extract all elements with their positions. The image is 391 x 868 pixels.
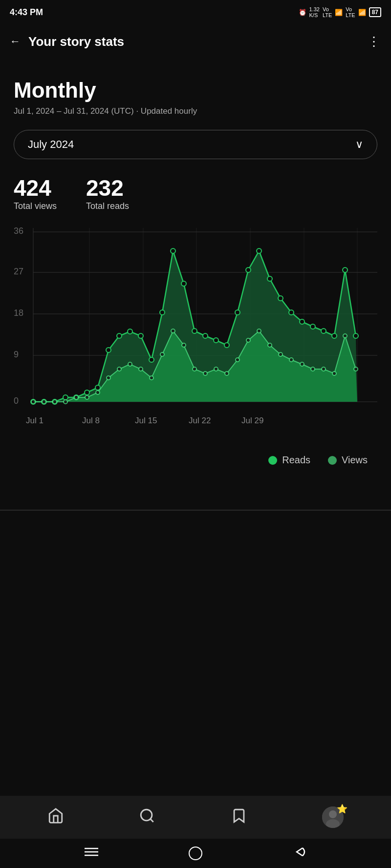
reads-legend-dot xyxy=(268,456,277,465)
status-time: 4:43 PM xyxy=(10,7,43,18)
svg-point-47 xyxy=(74,395,78,399)
signal-icon-1: 📶 xyxy=(335,9,343,16)
svg-point-46 xyxy=(64,400,67,404)
svg-point-30 xyxy=(224,343,229,348)
period-label: Monthly xyxy=(14,78,377,103)
nav-profile[interactable]: ⭐ xyxy=(322,806,344,828)
toolbar-left: ← Your story stats xyxy=(10,34,124,49)
system-bar xyxy=(0,839,391,868)
battery-level: 87 xyxy=(369,7,381,17)
svg-point-56 xyxy=(171,329,175,333)
chart-container: 36 27 18 9 0 xyxy=(14,223,377,440)
svg-point-28 xyxy=(203,333,208,338)
chart-legend: Reads Views xyxy=(14,450,377,471)
svg-point-44 xyxy=(42,400,46,404)
signal-icon-2: 📶 xyxy=(358,9,366,16)
menu-button[interactable] xyxy=(85,847,98,860)
svg-point-50 xyxy=(107,376,110,380)
more-options-button[interactable]: ⋮ xyxy=(368,34,381,49)
bookmark-icon xyxy=(231,807,247,827)
svg-point-67 xyxy=(289,358,293,362)
svg-point-66 xyxy=(279,352,282,356)
svg-point-38 xyxy=(310,324,315,329)
x-label-jul22: Jul 22 xyxy=(189,416,211,425)
svg-point-40 xyxy=(332,333,337,338)
svg-point-64 xyxy=(257,329,261,333)
svg-point-43 xyxy=(31,400,35,404)
page-title: Your story stats xyxy=(28,34,124,49)
month-selector-button[interactable]: July 2024 ∨ xyxy=(14,130,377,159)
svg-point-27 xyxy=(192,329,197,333)
svg-point-29 xyxy=(214,338,218,343)
svg-point-58 xyxy=(193,367,196,371)
y-label-36: 36 xyxy=(14,226,23,236)
home-icon xyxy=(47,807,64,827)
status-right: ⏰ 1.32K/S VoLTE 📶 VoLTE 📶 87 xyxy=(299,6,382,18)
y-label-27: 27 xyxy=(14,267,23,276)
views-legend-label: Views xyxy=(342,455,368,466)
x-label-jul8: Jul 8 xyxy=(82,416,100,425)
svg-point-31 xyxy=(235,310,240,315)
svg-point-49 xyxy=(96,391,100,394)
vo-lte2: VoLTE xyxy=(346,6,355,18)
reads-legend-label: Reads xyxy=(282,455,310,466)
svg-point-77 xyxy=(329,810,337,818)
svg-point-59 xyxy=(203,372,207,375)
back-button[interactable]: ← xyxy=(10,35,21,48)
svg-point-36 xyxy=(289,310,294,315)
svg-point-51 xyxy=(117,367,121,371)
profile-star-icon: ⭐ xyxy=(337,804,348,814)
period-range: Jul 1, 2024 – Jul 31, 2024 (UTC) · Updat… xyxy=(14,106,377,116)
svg-point-25 xyxy=(171,248,175,253)
total-views-number: 424 xyxy=(14,177,57,199)
legend-reads: Reads xyxy=(268,455,310,466)
svg-point-20 xyxy=(117,333,122,338)
stats-chart: 36 27 18 9 0 xyxy=(14,223,377,438)
total-reads-label: Total reads xyxy=(86,201,129,211)
svg-point-57 xyxy=(182,343,186,347)
total-views-stat: 424 Total views xyxy=(14,177,57,211)
svg-point-18 xyxy=(95,385,100,390)
toolbar: ← Your story stats ⋮ xyxy=(0,24,391,59)
stats-row: 424 Total views 232 Total reads xyxy=(14,177,377,211)
total-reads-number: 232 xyxy=(86,177,129,199)
chevron-down-icon: ∨ xyxy=(355,138,363,151)
svg-point-17 xyxy=(85,390,89,395)
nav-home[interactable] xyxy=(47,807,64,827)
svg-point-65 xyxy=(268,343,272,347)
main-content: Monthly Jul 1, 2024 – Jul 31, 2024 (UTC)… xyxy=(0,59,391,490)
svg-point-72 xyxy=(343,334,347,338)
svg-point-68 xyxy=(300,362,304,366)
svg-point-22 xyxy=(138,333,143,338)
svg-point-54 xyxy=(150,376,153,380)
y-label-9: 9 xyxy=(14,350,19,359)
month-selector-label: July 2024 xyxy=(28,138,74,151)
svg-point-15 xyxy=(63,395,68,400)
svg-point-33 xyxy=(257,248,261,253)
data-speed: 1.32K/S xyxy=(309,6,320,18)
svg-point-55 xyxy=(160,352,164,356)
svg-point-62 xyxy=(236,358,239,362)
svg-point-39 xyxy=(321,329,326,333)
svg-point-45 xyxy=(53,400,57,404)
views-legend-dot xyxy=(328,456,337,465)
svg-point-26 xyxy=(181,281,186,286)
nav-bookmarks[interactable] xyxy=(231,807,247,827)
x-label-jul15: Jul 15 xyxy=(135,416,157,425)
svg-point-24 xyxy=(160,310,165,315)
svg-point-53 xyxy=(139,367,143,371)
home-system-button[interactable] xyxy=(189,847,202,860)
svg-point-34 xyxy=(267,276,272,281)
y-label-18: 18 xyxy=(14,308,23,318)
svg-point-61 xyxy=(225,372,229,375)
total-views-label: Total views xyxy=(14,201,57,211)
svg-point-60 xyxy=(214,367,218,371)
status-bar: 4:43 PM ⏰ 1.32K/S VoLTE 📶 VoLTE 📶 87 xyxy=(0,0,391,24)
nav-search[interactable] xyxy=(139,807,155,827)
back-system-button[interactable] xyxy=(293,846,306,861)
svg-point-23 xyxy=(149,357,154,362)
svg-point-73 xyxy=(354,367,358,371)
svg-point-32 xyxy=(246,268,251,272)
vo-lte1: VoLTE xyxy=(323,6,332,18)
svg-line-75 xyxy=(151,819,153,822)
